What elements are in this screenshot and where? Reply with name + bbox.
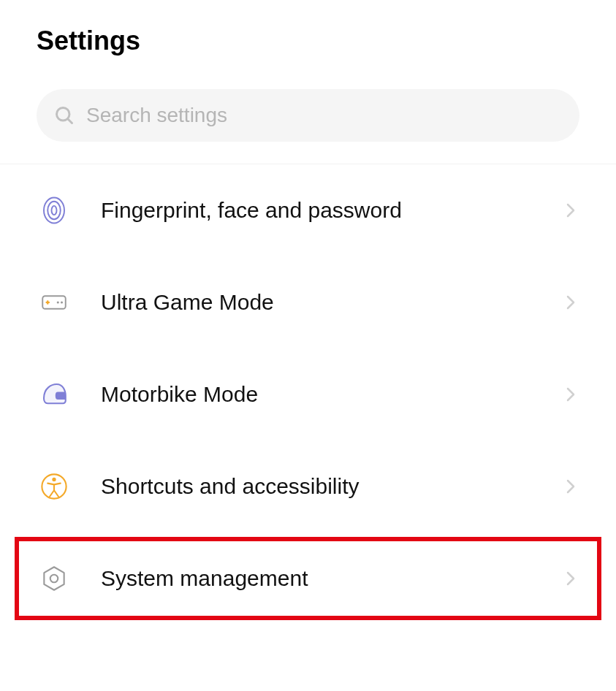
fingerprint-icon bbox=[37, 193, 72, 228]
svg-point-3 bbox=[47, 202, 61, 220]
svg-line-1 bbox=[68, 119, 72, 123]
helmet-icon bbox=[37, 377, 72, 412]
svg-point-13 bbox=[50, 575, 58, 583]
gamepad-icon bbox=[37, 285, 72, 320]
chevron-right-icon bbox=[562, 202, 579, 219]
page-header: Settings bbox=[0, 0, 616, 75]
chevron-right-icon bbox=[562, 294, 579, 311]
settings-item-label: Shortcuts and accessibility bbox=[72, 474, 562, 499]
settings-item-fingerprint[interactable]: Fingerprint, face and password bbox=[0, 164, 616, 256]
settings-item-accessibility[interactable]: Shortcuts and accessibility bbox=[0, 440, 616, 532]
settings-item-label: Fingerprint, face and password bbox=[72, 198, 562, 223]
accessibility-icon bbox=[37, 469, 72, 504]
search-wrap bbox=[0, 75, 616, 164]
svg-point-8 bbox=[57, 301, 59, 303]
svg-point-11 bbox=[52, 478, 56, 481]
search-bar[interactable] bbox=[37, 89, 579, 142]
settings-item-motorbike[interactable]: Motorbike Mode bbox=[0, 348, 616, 440]
search-input[interactable] bbox=[86, 104, 562, 127]
search-icon bbox=[54, 105, 75, 126]
chevron-right-icon bbox=[562, 478, 579, 495]
settings-item-system-management[interactable]: System management bbox=[0, 532, 616, 625]
settings-item-label: Motorbike Mode bbox=[72, 382, 562, 407]
gear-icon bbox=[37, 561, 72, 596]
settings-item-game-mode[interactable]: Ultra Game Mode bbox=[0, 256, 616, 348]
svg-point-9 bbox=[61, 301, 63, 303]
chevron-right-icon bbox=[562, 570, 579, 587]
settings-list: Fingerprint, face and password Ultra Gam… bbox=[0, 164, 616, 625]
settings-item-label: System management bbox=[72, 566, 562, 591]
svg-point-4 bbox=[52, 206, 57, 215]
settings-item-label: Ultra Game Mode bbox=[72, 290, 562, 315]
chevron-right-icon bbox=[562, 386, 579, 403]
page-title: Settings bbox=[37, 26, 579, 56]
svg-marker-12 bbox=[44, 567, 64, 590]
